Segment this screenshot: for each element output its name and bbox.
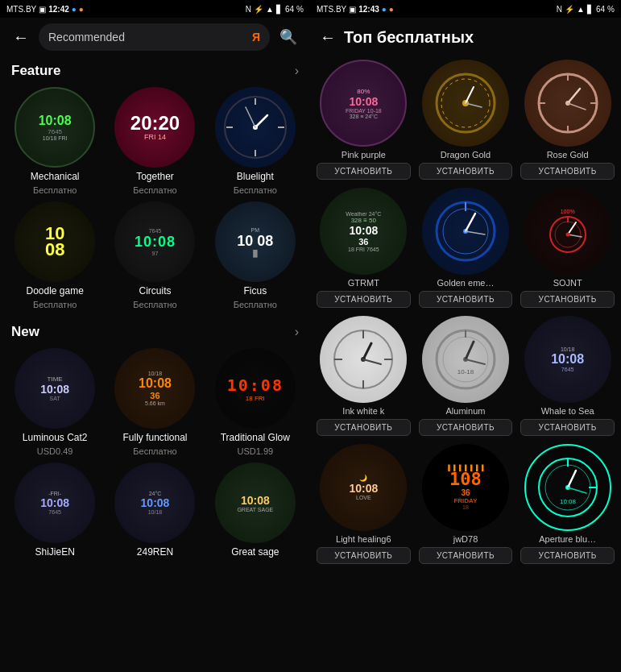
- left-scroll-area[interactable]: Feature › 10:08 7645 10/18 FRI Mechanica…: [0, 56, 310, 672]
- right-item-sojnt[interactable]: 100% SOJNT УСТАНОВИТЬ: [520, 188, 615, 308]
- right-back-button[interactable]: ←: [320, 28, 336, 47]
- watch-name-ficus: Ficus: [243, 285, 267, 297]
- right-page-title: Топ бесплатных: [344, 28, 474, 47]
- nfc-icon: N: [246, 5, 251, 14]
- right-name-rose-gold: Rose Gold: [547, 150, 589, 160]
- watch-item-shijie[interactable]: -FRI- 10:08 7645 ShiJieEN: [8, 463, 101, 561]
- watch-item-together[interactable]: 20:20 FRI 14 Together Бесплатно: [108, 87, 201, 195]
- watch-face-doodle: 10 08: [14, 201, 95, 282]
- feature-header[interactable]: Feature ›: [0, 56, 310, 84]
- mts-icon-right: ▣: [349, 5, 356, 14]
- app-icon2: ●: [79, 5, 84, 14]
- right-face-dragon-gold: [422, 60, 509, 147]
- svg-line-39: [363, 343, 371, 359]
- watch-item-greatsage[interactable]: 10:08 GREAT SAGE Great sage: [209, 463, 302, 561]
- battery-right: 64: [596, 5, 605, 14]
- watch-item-circuits[interactable]: 7645 10:08 97 Circuits Бесплатно: [108, 201, 201, 309]
- watch-name-together: Together: [136, 171, 174, 182]
- watch-price-together: Бесплатно: [133, 185, 176, 195]
- new-grid: TIME 10:08 SAT Luminous Cat2 USD0.49 10/…: [0, 345, 310, 564]
- svg-line-45: [466, 342, 474, 359]
- right-face-golden-eme: [422, 188, 509, 275]
- right-item-aluminum[interactable]: 10-18 Aluminum УСТАНОВИТЬ: [419, 316, 513, 436]
- right-item-rose-gold[interactable]: Rose Gold УСТАНОВИТЬ: [520, 60, 615, 180]
- right-face-gtrmt: Weather 24°C 328 ≡ 50 10:08 36 18 FRI 76…: [320, 188, 407, 275]
- right-scroll-area[interactable]: 80% 10:08 FRIDAY 10-18 328 ≡ 24°C Pink p…: [310, 56, 621, 672]
- watch-face-ren249: 24°C 10:08 10/18: [114, 463, 195, 543]
- install-button-rose-gold[interactable]: УСТАНОВИТЬ: [520, 163, 615, 180]
- new-header[interactable]: New ›: [0, 317, 310, 345]
- watch-face-traditional: 10:08 18 FRI: [215, 348, 296, 429]
- search-icon[interactable]: 🔍: [276, 25, 300, 49]
- battery-icon-right: %: [607, 5, 615, 14]
- right-name-dragon-gold: Dragon Gold: [441, 150, 491, 160]
- install-button-dragon-gold[interactable]: УСТАНОВИТЬ: [419, 163, 513, 180]
- right-name-sojnt: SOJNT: [553, 278, 582, 288]
- right-name-jwd78: jwD78: [453, 534, 478, 544]
- right-item-golden-eme[interactable]: Golden eme… УСТАНОВИТЬ: [419, 188, 513, 308]
- watch-item-ficus[interactable]: PM 10 08 ▐▌ Ficus Бесплатно: [209, 201, 302, 309]
- watch-price-mechanical: Бесплатно: [33, 185, 77, 195]
- svg-line-11: [466, 87, 474, 103]
- watch-face-mechanical: 10:08 7645 10/18 FRI: [14, 87, 95, 168]
- right-item-ink-white[interactable]: Ink white k УСТАНОВИТЬ: [317, 316, 411, 436]
- watch-name-luminous: Luminous Cat2: [23, 432, 88, 443]
- right-face-whale: 10/18 10:08 7645: [524, 316, 611, 403]
- watch-item-luminous[interactable]: TIME 10:08 SAT Luminous Cat2 USD0.49: [8, 348, 101, 456]
- wifi-icon: ▲: [266, 5, 274, 14]
- watch-face-greatsage: 10:08 GREAT SAGE: [215, 463, 296, 543]
- right-item-jwd78[interactable]: ▐▐▐▐▐▐▐ 108 36 FRIDAY 18 jwD78 УСТАНОВИТ…: [419, 444, 513, 564]
- right-item-dragon-gold[interactable]: Dragon Gold УСТАНОВИТЬ: [419, 60, 513, 180]
- watch-price-bluelight: Бесплатно: [234, 185, 277, 195]
- right-name-gtrmt: GTRMT: [348, 278, 379, 288]
- watch-face-shijie: -FRI- 10:08 7645: [14, 463, 95, 543]
- battery-icon-left: %: [296, 5, 304, 14]
- svg-point-32: [565, 232, 569, 236]
- watch-item-doodle[interactable]: 10 08 Doodle game Бесплатно: [8, 201, 101, 309]
- right-name-ink-white: Ink white k: [342, 406, 384, 416]
- install-button-pink-purple[interactable]: УСТАНОВИТЬ: [317, 163, 411, 180]
- search-pill[interactable]: Recommended Я: [39, 23, 270, 51]
- watch-face-fully: 10/18 10:08 36 5.66 km: [114, 348, 195, 429]
- install-button-gtrmt[interactable]: УСТАНОВИТЬ: [317, 291, 411, 308]
- install-button-light-heal[interactable]: УСТАНОВИТЬ: [317, 547, 411, 564]
- right-item-gtrmt[interactable]: Weather 24°C 328 ≡ 50 10:08 36 18 FRI 76…: [317, 188, 411, 308]
- right-item-aperture[interactable]: 10:08 Aperture blu… УСТАНОВИТЬ: [520, 444, 615, 564]
- new-arrow[interactable]: ›: [295, 325, 299, 339]
- install-button-sojnt[interactable]: УСТАНОВИТЬ: [520, 291, 615, 308]
- svg-line-6: [255, 115, 267, 127]
- install-button-aperture[interactable]: УСТАНОВИТЬ: [520, 547, 615, 564]
- right-face-rose-gold: [524, 60, 611, 147]
- install-button-ink-white[interactable]: УСТАНОВИТЬ: [317, 419, 411, 436]
- watch-name-traditional: Traditional Glow: [221, 432, 290, 443]
- watch-item-traditional[interactable]: 10:08 18 FRI Traditional Glow USD1.99: [209, 348, 302, 456]
- watch-item-ren249[interactable]: 24°C 10:08 10/18 249REN: [108, 463, 201, 561]
- right-item-pink-purple[interactable]: 80% 10:08 FRIDAY 10-18 328 ≡ 24°C Pink p…: [317, 60, 411, 180]
- svg-line-53: [568, 471, 576, 487]
- watch-name-mechanical: Mechanical: [31, 171, 80, 182]
- left-status-left: MTS.BY ▣ 12:42 ● ●: [6, 5, 84, 14]
- battery-left: 64: [285, 5, 294, 14]
- right-item-whale[interactable]: 10/18 10:08 7645 Whale to Sea УСТАНОВИТЬ: [520, 316, 615, 436]
- app-icon4: ●: [389, 5, 394, 14]
- watch-item-fully[interactable]: 10/18 10:08 36 5.66 km Fully functional …: [108, 348, 201, 456]
- install-button-aluminum[interactable]: УСТАНОВИТЬ: [419, 419, 513, 436]
- watch-price-ficus: Бесплатно: [234, 300, 277, 309]
- svg-line-40: [363, 359, 381, 364]
- install-button-whale[interactable]: УСТАНОВИТЬ: [520, 419, 615, 436]
- ya-button[interactable]: Я: [252, 31, 260, 44]
- install-button-jwd78[interactable]: УСТАНОВИТЬ: [419, 547, 513, 564]
- time-right: 12:43: [358, 5, 379, 14]
- watch-item-mechanical[interactable]: 10:08 7645 10/18 FRI Mechanical Бесплатн…: [8, 87, 101, 195]
- right-item-light-heal[interactable]: 🌙 10:08 LOVE Light healing6 УСТАНОВИТЬ: [317, 444, 411, 564]
- feature-arrow[interactable]: ›: [295, 64, 299, 78]
- left-back-button[interactable]: ←: [10, 25, 32, 50]
- signal-icon-right: ▋: [587, 5, 594, 14]
- right-face-ink-white: [320, 316, 407, 403]
- install-button-golden-eme[interactable]: УСТАНОВИТЬ: [419, 291, 513, 308]
- left-panel: MTS.BY ▣ 12:42 ● ● N ⚡ ▲ ▋ 64 % ← Recomm…: [0, 0, 310, 672]
- carrier-right: MTS.BY: [317, 5, 346, 14]
- signal-icon: ▋: [276, 5, 283, 14]
- watch-item-bluelight[interactable]: Bluelight Бесплатно: [209, 87, 302, 195]
- app-icon3: ●: [382, 5, 387, 14]
